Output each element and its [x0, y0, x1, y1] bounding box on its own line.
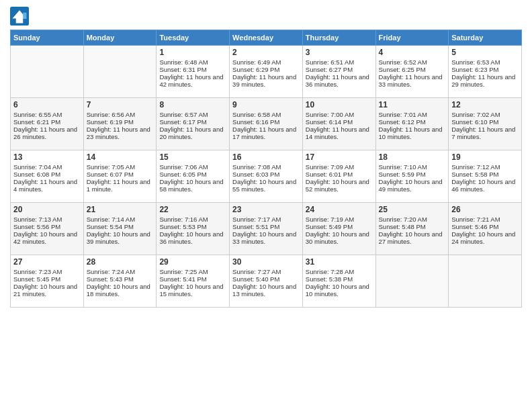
- daylight-text: Daylight: 10 hours and 58 minutes.: [159, 178, 226, 193]
- daylight-text: Daylight: 11 hours and 36 minutes.: [306, 73, 373, 88]
- sunrise-text: Sunrise: 7:16 AM: [159, 216, 226, 223]
- sunset-text: Sunset: 5:40 PM: [232, 275, 300, 283]
- calendar-week-row: 6Sunrise: 6:55 AMSunset: 6:21 PMDaylight…: [11, 98, 522, 150]
- weekday-header: Wednesday: [230, 30, 303, 46]
- calendar-cell: 15Sunrise: 7:06 AMSunset: 6:05 PMDayligh…: [157, 150, 230, 203]
- sunset-text: Sunset: 6:05 PM: [159, 171, 226, 178]
- daylight-text: Daylight: 10 hours and 55 minutes.: [232, 178, 300, 193]
- sunrise-text: Sunrise: 7:09 AM: [306, 163, 373, 171]
- sunrise-text: Sunrise: 7:02 AM: [451, 111, 519, 118]
- calendar-cell: 12Sunrise: 7:02 AMSunset: 6:10 PMDayligh…: [449, 98, 522, 150]
- day-number: 21: [87, 205, 154, 214]
- calendar-cell: 29Sunrise: 7:25 AMSunset: 5:41 PMDayligh…: [157, 255, 230, 308]
- day-number: 16: [232, 152, 300, 162]
- day-number: 20: [13, 205, 81, 214]
- day-number: 17: [306, 152, 373, 162]
- calendar-cell: 24Sunrise: 7:19 AMSunset: 5:49 PMDayligh…: [302, 203, 375, 255]
- header: [10, 7, 522, 26]
- daylight-text: Daylight: 11 hours and 42 minutes.: [159, 73, 226, 88]
- day-number: 23: [232, 205, 300, 214]
- sunset-text: Sunset: 6:12 PM: [379, 118, 446, 126]
- day-number: 3: [306, 48, 373, 57]
- sunset-text: Sunset: 6:23 PM: [451, 66, 519, 73]
- sunrise-text: Sunrise: 7:00 AM: [306, 111, 373, 118]
- calendar-cell: 26Sunrise: 7:21 AMSunset: 5:46 PMDayligh…: [449, 203, 522, 255]
- sunset-text: Sunset: 5:41 PM: [159, 275, 226, 283]
- calendar-cell: 14Sunrise: 7:05 AMSunset: 6:07 PMDayligh…: [83, 150, 157, 203]
- day-number: 7: [87, 100, 154, 109]
- day-number: 10: [306, 100, 373, 109]
- calendar-body: 1Sunrise: 6:48 AMSunset: 6:31 PMDaylight…: [11, 46, 522, 308]
- sunrise-text: Sunrise: 7:08 AM: [232, 163, 300, 171]
- sunrise-text: Sunrise: 7:17 AM: [232, 216, 300, 223]
- sunset-text: Sunset: 6:17 PM: [159, 118, 226, 126]
- calendar-table: SundayMondayTuesdayWednesdayThursdayFrid…: [10, 30, 522, 308]
- sunrise-text: Sunrise: 7:06 AM: [159, 163, 226, 171]
- calendar-cell: 4Sunrise: 6:52 AMSunset: 6:25 PMDaylight…: [375, 46, 449, 98]
- day-number: 26: [451, 205, 519, 214]
- daylight-text: Daylight: 10 hours and 42 minutes.: [13, 230, 81, 245]
- sunset-text: Sunset: 6:21 PM: [13, 118, 81, 126]
- sunset-text: Sunset: 6:27 PM: [306, 66, 373, 73]
- sunrise-text: Sunrise: 6:57 AM: [159, 111, 226, 118]
- day-number: 24: [306, 205, 373, 214]
- sunset-text: Sunset: 5:48 PM: [379, 223, 446, 230]
- weekday-header: Friday: [375, 30, 449, 46]
- daylight-text: Daylight: 11 hours and 7 minutes.: [451, 126, 519, 140]
- sunrise-text: Sunrise: 6:52 AM: [379, 58, 446, 66]
- calendar-cell: 20Sunrise: 7:13 AMSunset: 5:56 PMDayligh…: [11, 203, 84, 255]
- sunset-text: Sunset: 5:51 PM: [232, 223, 300, 230]
- sunrise-text: Sunrise: 7:21 AM: [451, 216, 519, 223]
- day-number: 9: [232, 100, 300, 109]
- sunrise-text: Sunrise: 7:24 AM: [87, 268, 154, 275]
- sunset-text: Sunset: 6:01 PM: [306, 171, 373, 178]
- sunrise-text: Sunrise: 6:56 AM: [87, 111, 154, 118]
- sunrise-text: Sunrise: 6:51 AM: [306, 58, 373, 66]
- sunset-text: Sunset: 6:31 PM: [159, 66, 226, 73]
- calendar-cell: 16Sunrise: 7:08 AMSunset: 6:03 PMDayligh…: [230, 150, 303, 203]
- sunset-text: Sunset: 6:14 PM: [306, 118, 373, 126]
- sunset-text: Sunset: 5:45 PM: [13, 275, 81, 283]
- sunset-text: Sunset: 5:43 PM: [87, 275, 154, 283]
- calendar-cell: 25Sunrise: 7:20 AMSunset: 5:48 PMDayligh…: [375, 203, 449, 255]
- weekday-header: Tuesday: [157, 30, 230, 46]
- sunset-text: Sunset: 5:49 PM: [306, 223, 373, 230]
- sunrise-text: Sunrise: 6:49 AM: [232, 58, 300, 66]
- daylight-text: Daylight: 10 hours and 30 minutes.: [306, 230, 373, 245]
- day-number: 13: [13, 152, 81, 162]
- sunrise-text: Sunrise: 7:10 AM: [379, 163, 446, 171]
- weekday-header: Sunday: [11, 30, 84, 46]
- sunrise-text: Sunrise: 7:20 AM: [379, 216, 446, 223]
- calendar-cell: 11Sunrise: 7:01 AMSunset: 6:12 PMDayligh…: [375, 98, 449, 150]
- sunrise-text: Sunrise: 6:55 AM: [13, 111, 81, 118]
- daylight-text: Daylight: 11 hours and 23 minutes.: [87, 126, 154, 140]
- daylight-text: Daylight: 11 hours and 39 minutes.: [232, 73, 300, 88]
- daylight-text: Daylight: 10 hours and 39 minutes.: [87, 230, 154, 245]
- sunrise-text: Sunrise: 7:27 AM: [232, 268, 300, 275]
- calendar-cell: [449, 255, 522, 308]
- daylight-text: Daylight: 10 hours and 33 minutes.: [232, 230, 300, 245]
- sunset-text: Sunset: 5:38 PM: [306, 275, 373, 283]
- sunset-text: Sunset: 5:58 PM: [451, 171, 519, 178]
- sunset-text: Sunset: 5:54 PM: [87, 223, 154, 230]
- calendar-week-row: 20Sunrise: 7:13 AMSunset: 5:56 PMDayligh…: [11, 203, 522, 255]
- sunrise-text: Sunrise: 6:48 AM: [159, 58, 226, 66]
- logo-icon: [10, 7, 29, 26]
- daylight-text: Daylight: 10 hours and 36 minutes.: [159, 230, 226, 245]
- sunrise-text: Sunrise: 7:28 AM: [306, 268, 373, 275]
- daylight-text: Daylight: 10 hours and 10 minutes.: [306, 283, 373, 298]
- calendar-cell: 23Sunrise: 7:17 AMSunset: 5:51 PMDayligh…: [230, 203, 303, 255]
- sunset-text: Sunset: 5:59 PM: [379, 171, 446, 178]
- calendar-cell: [11, 46, 84, 98]
- sunset-text: Sunset: 6:29 PM: [232, 66, 300, 73]
- sunrise-text: Sunrise: 7:04 AM: [13, 163, 81, 171]
- calendar-cell: [375, 255, 449, 308]
- daylight-text: Daylight: 11 hours and 33 minutes.: [379, 73, 446, 88]
- sunrise-text: Sunrise: 7:14 AM: [87, 216, 154, 223]
- sunrise-text: Sunrise: 7:12 AM: [451, 163, 519, 171]
- daylight-text: Daylight: 11 hours and 10 minutes.: [379, 126, 446, 140]
- sunset-text: Sunset: 6:08 PM: [13, 171, 81, 178]
- daylight-text: Daylight: 10 hours and 13 minutes.: [232, 283, 300, 298]
- sunset-text: Sunset: 6:16 PM: [232, 118, 300, 126]
- day-number: 31: [306, 257, 373, 267]
